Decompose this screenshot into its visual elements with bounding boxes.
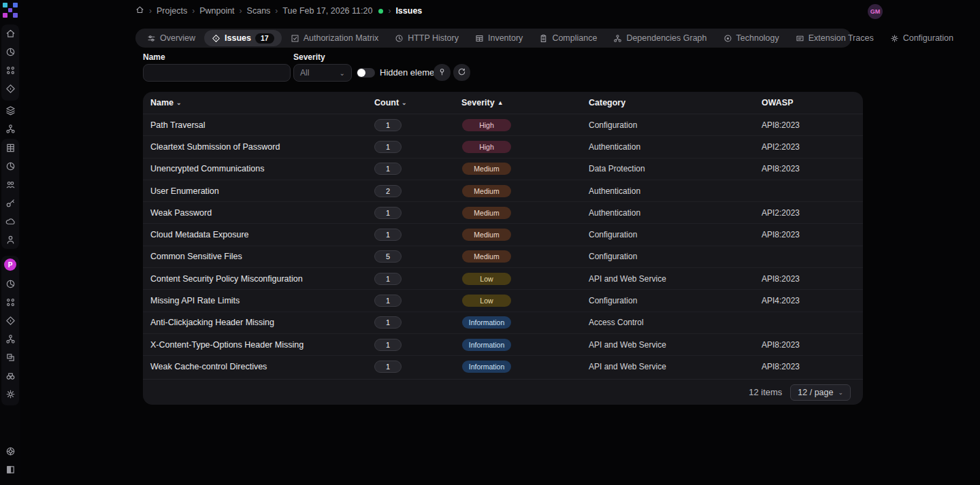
- breadcrumb-item[interactable]: Pwnpoint: [199, 6, 234, 16]
- sidebar-item-lifebuoy[interactable]: [0, 444, 20, 458]
- issue-name: Cloud Metadata Exposure: [143, 230, 340, 239]
- sidebar-item-sitemap[interactable]: [0, 121, 20, 136]
- table-row[interactable]: Weak Cache-control Directives 1 Informat…: [143, 356, 863, 378]
- column-label: Name: [150, 98, 174, 107]
- sidebar-item-sitemap[interactable]: [0, 331, 20, 346]
- tab-configuration[interactable]: Configuration: [883, 30, 961, 46]
- project-badge[interactable]: P: [4, 258, 16, 271]
- clipboard-icon: [539, 34, 548, 43]
- table-row[interactable]: X-Content-Type-Options Header Missing 1 …: [143, 334, 863, 356]
- sidebar-item-contrast[interactable]: [0, 462, 20, 477]
- column-header-category[interactable]: Category: [538, 98, 759, 107]
- tab-authorization-matrix[interactable]: Authorization Matrix: [283, 30, 386, 46]
- chevron-down-icon: ⌄: [340, 69, 345, 77]
- issue-name: Missing API Rate Limits: [143, 296, 340, 305]
- breadcrumb-bar: ›Projects›Pwnpoint›Scans›Tue Feb 17, 202…: [135, 0, 867, 22]
- issue-category: Authentication: [538, 186, 759, 196]
- issue-owasp: API8:2023: [759, 230, 863, 239]
- sitemap-icon: [613, 34, 622, 43]
- breadcrumb-item[interactable]: Projects: [157, 6, 187, 16]
- issue-count-badge: 1: [374, 207, 402, 219]
- tab-overview[interactable]: Overview: [140, 30, 203, 46]
- name-filter-input[interactable]: [143, 64, 291, 82]
- sidebar-item-gear[interactable]: [0, 386, 20, 401]
- left-sidebar: P: [0, 0, 20, 485]
- issue-category: Authentication: [538, 208, 759, 218]
- tab-label: Dependencies Graph: [626, 33, 706, 43]
- tab-label: HTTP History: [408, 33, 459, 43]
- sidebar-item-cloud[interactable]: [0, 214, 20, 229]
- tab-inventory[interactable]: Inventory: [468, 30, 530, 46]
- sidebar-item-nodes[interactable]: [0, 63, 20, 78]
- column-header-count[interactable]: Count⌄: [340, 98, 436, 107]
- sidebar-item-pie-chart[interactable]: [0, 44, 20, 59]
- logo-cell: [8, 13, 13, 18]
- breadcrumb-item[interactable]: Scans: [247, 6, 271, 16]
- logo-cell: [3, 13, 7, 18]
- sidebar-item-pie-chart[interactable]: [0, 276, 20, 291]
- logo-cell: [3, 8, 7, 13]
- refresh-button[interactable]: [453, 64, 470, 81]
- severity-select[interactable]: All ⌄: [293, 64, 352, 82]
- tab-extension-traces[interactable]: Extension Traces: [788, 30, 881, 46]
- toggle-knob: [357, 69, 365, 77]
- sidebar-item-pie-chart[interactable]: [0, 158, 20, 173]
- sidebar-item-diamond[interactable]: [0, 313, 20, 328]
- page-size-select[interactable]: 12 / page ⌄: [790, 384, 851, 401]
- avatar[interactable]: GM: [868, 4, 883, 19]
- tab-technology[interactable]: Technology: [716, 30, 787, 46]
- table-row[interactable]: Path Traversal 1 High Configuration API8…: [143, 114, 863, 136]
- issue-owasp: API4:2023: [759, 296, 863, 305]
- sidebar-item-person[interactable]: [0, 232, 20, 247]
- sidebar-item-diamond[interactable]: [0, 81, 20, 96]
- tab-issues[interactable]: Issues 17: [204, 30, 282, 46]
- column-header-owasp[interactable]: OWASP: [759, 98, 863, 107]
- issue-name: User Enumeration: [143, 186, 340, 196]
- sidebar-item-nodes[interactable]: [0, 295, 20, 310]
- issue-name: Unencrypted Communications: [143, 164, 340, 173]
- home-icon[interactable]: [135, 5, 144, 16]
- severity-badge: Medium: [462, 250, 511, 263]
- issue-name: Path Traversal: [143, 120, 340, 130]
- app-logo[interactable]: [3, 3, 18, 18]
- table-row[interactable]: Unencrypted Communications 1 Medium Data…: [143, 158, 863, 180]
- column-label: OWASP: [762, 98, 794, 107]
- column-header-severity[interactable]: Severity▲: [436, 98, 538, 107]
- issue-count-badge: 1: [374, 229, 402, 241]
- table-row[interactable]: Common Sensitive Files 5 Medium Configur…: [143, 246, 863, 268]
- sidebar-item-binoculars[interactable]: [0, 368, 20, 383]
- sidebar-item-grid[interactable]: [0, 140, 20, 155]
- tab-label: Configuration: [903, 33, 953, 43]
- table-row[interactable]: User Enumeration 2 Medium Authentication: [143, 180, 863, 202]
- table-row[interactable]: Cleartext Submission of Password 1 High …: [143, 136, 863, 158]
- severity-badge: Information: [462, 339, 512, 351]
- issue-name: Weak Password: [143, 208, 340, 218]
- hidden-elements-toggle[interactable]: [357, 68, 375, 78]
- table-row[interactable]: Weak Password 1 Medium Authentication AP…: [143, 202, 863, 224]
- breadcrumb-item[interactable]: Tue Feb 17, 2026 11:20: [282, 6, 372, 16]
- issue-owasp: API8:2023: [759, 340, 863, 350]
- table-row[interactable]: Content Security Policy Misconfiguration…: [143, 268, 863, 290]
- card-icon: [796, 34, 804, 43]
- issue-category: Access Control: [538, 318, 759, 327]
- tab-count-badge: 17: [255, 33, 274, 44]
- tab-http-history[interactable]: HTTP History: [387, 30, 466, 46]
- breadcrumb-separator: ›: [192, 6, 195, 16]
- pin-button[interactable]: [434, 64, 451, 81]
- severity-badge: Information: [462, 361, 512, 373]
- breadcrumb-separator: ›: [388, 6, 391, 16]
- table-row[interactable]: Missing API Rate Limits 1 Low Configurat…: [143, 290, 863, 312]
- column-header-name[interactable]: Name⌄: [143, 98, 340, 107]
- tab-compliance[interactable]: Compliance: [532, 30, 604, 46]
- sidebar-item-users[interactable]: [0, 177, 20, 192]
- table-row[interactable]: Cloud Metadata Exposure 1 Medium Configu…: [143, 224, 863, 246]
- sidebar-item-home[interactable]: [0, 26, 20, 41]
- sidebar-item-key[interactable]: [0, 195, 20, 210]
- breadcrumb-item[interactable]: Issues: [395, 6, 422, 16]
- issue-count-badge: 1: [374, 295, 402, 307]
- sidebar-item-tags[interactable]: [0, 350, 20, 365]
- sidebar-item-layers[interactable]: [0, 103, 20, 118]
- table-row[interactable]: Anti-Clickjacking Header Missing 1 Infor…: [143, 312, 863, 334]
- tab-dependencies-graph[interactable]: Dependencies Graph: [606, 30, 714, 46]
- issue-name: X-Content-Type-Options Header Missing: [143, 340, 340, 350]
